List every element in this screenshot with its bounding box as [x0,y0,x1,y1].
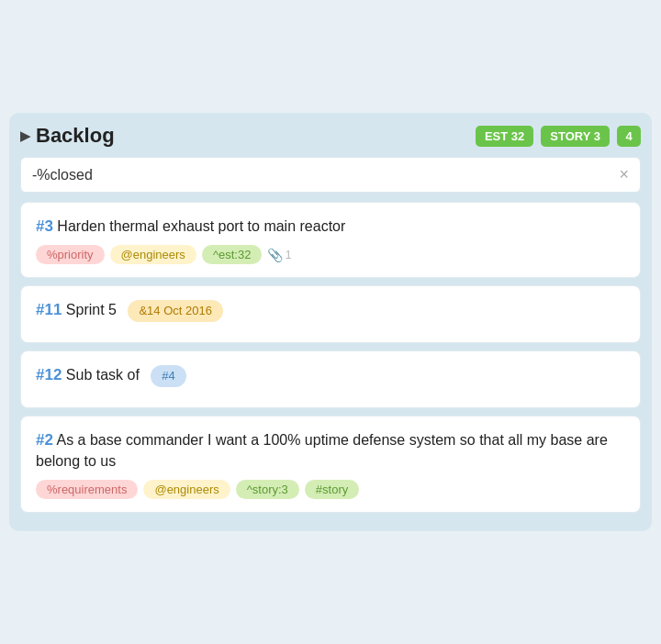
tag-priority[interactable]: %priority [36,245,105,264]
header: ▶ Backlog EST 32 STORY 3 4 [20,124,641,148]
backlog-panel: ▶ Backlog EST 32 STORY 3 4 -%closed × #3… [9,113,652,530]
card-12[interactable]: #12 Sub task of #4 [20,350,641,408]
card-text: As a base commander I want a 100% uptime… [36,432,608,469]
issue-num: #12 [36,366,62,383]
tag-sprint[interactable]: &14 Oct 2016 [128,300,223,322]
panel-title: Backlog [36,124,115,148]
card-2[interactable]: #2 As a base commander I want a 100% upt… [20,416,641,512]
issue-num: #11 [36,301,62,318]
card-text: Harden thermal exhaust port to main reac… [53,218,345,234]
card-title: #11 Sprint 5 &14 Oct 2016 [36,299,625,322]
card-11[interactable]: #11 Sprint 5 &14 Oct 2016 [20,285,641,343]
tag-engineers[interactable]: @engineers [110,245,196,264]
close-icon[interactable]: × [619,165,629,184]
search-value: -%closed [32,167,619,183]
card-3[interactable]: #3 Harden thermal exhaust port to main r… [20,202,641,278]
tag-est[interactable]: ^est:32 [202,245,263,264]
collapse-icon[interactable]: ▶ [20,128,30,143]
tag-requirements[interactable]: %requirements [36,480,138,499]
tags: %requirements @engineers ^story:3 #story [36,480,625,499]
badge-count: 4 [617,126,641,147]
issue-num: #2 [36,431,53,449]
header-title: ▶ Backlog [20,124,468,148]
search-bar[interactable]: -%closed × [20,157,641,193]
tags: %priority @engineers ^est:32 📎 1 [36,245,625,264]
card-title: #3 Harden thermal exhaust port to main r… [36,216,625,238]
paperclip-icon: 📎 [267,248,283,262]
issue-num: #3 [36,217,53,235]
tag-subtask[interactable]: #4 [151,365,185,387]
card-title: #2 As a base commander I want a 100% upt… [36,429,625,472]
tag-engineers[interactable]: @engineers [143,480,230,499]
card-title: #12 Sub task of #4 [36,364,625,387]
tag-hash[interactable]: #story [305,480,359,499]
badge-story: STORY 3 [541,126,610,147]
attachment-count: 1 [285,248,291,261]
attachment: 📎 1 [267,248,291,262]
tag-story-label[interactable]: ^story:3 [236,480,299,499]
card-text: Sub task of [62,367,140,383]
card-text: Sprint 5 [62,302,117,317]
badge-est: EST 32 [476,126,533,147]
